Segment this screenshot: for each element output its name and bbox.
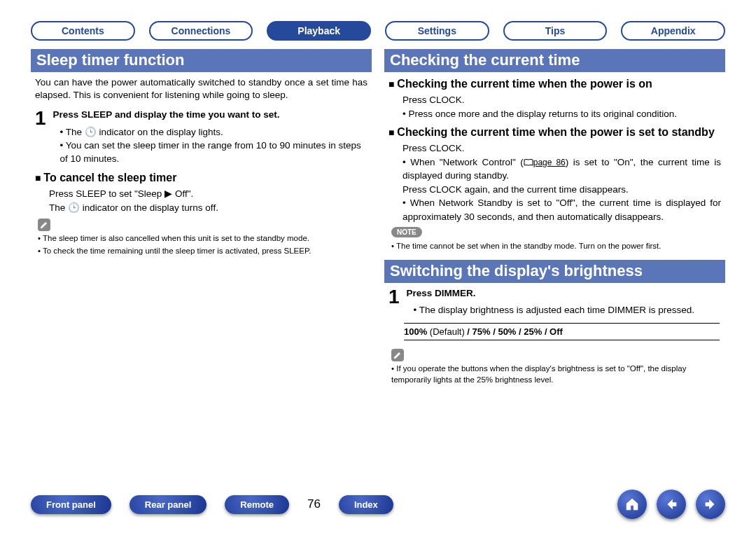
- section-checking-time: Checking the current time: [384, 49, 725, 72]
- pencil-icon: [391, 349, 404, 361]
- tab-tips[interactable]: Tips: [503, 21, 608, 41]
- check-standby-l4: • When Network Standby is set to "Off", …: [402, 196, 721, 223]
- section-sleep-timer: Sleep timer function: [31, 49, 372, 72]
- right-column: Checking the current time Checking the c…: [384, 49, 725, 387]
- remote-button[interactable]: Remote: [225, 495, 289, 514]
- page-number: 76: [307, 497, 321, 511]
- cancel-line-1: Press SLEEP to set "Sleep ▶ Off".: [49, 187, 368, 201]
- cancel-line-2: The 🕒 indicator on the display turns off…: [49, 201, 368, 215]
- tab-connections[interactable]: Connections: [149, 21, 253, 41]
- top-tabs: Contents Connections Playback Settings T…: [31, 21, 725, 41]
- left-column: Sleep timer function You can have the po…: [31, 49, 372, 387]
- step-heading: Press SLEEP and display the time you wan…: [53, 109, 368, 122]
- page: Contents Connections Playback Settings T…: [0, 0, 756, 533]
- rear-panel-button[interactable]: Rear panel: [130, 495, 206, 514]
- check-standby-l3: Press CLOCK again, and the current time …: [402, 183, 721, 197]
- dimmer-step-1: 1 Press DIMMER. The display brightness i…: [388, 287, 721, 318]
- step-number: 1: [388, 287, 400, 318]
- check-time-standby-heading: Checking the current time when the power…: [388, 126, 721, 139]
- forward-button[interactable]: [696, 490, 725, 519]
- section-brightness: Switching the display's brightness: [384, 260, 725, 283]
- tab-playback[interactable]: Playback: [267, 21, 371, 41]
- back-button[interactable]: [657, 490, 686, 519]
- check-time-on-l2: • Press once more and the display return…: [402, 107, 721, 121]
- check-standby-l2: • When "Network Control" (page 86) is se…: [402, 155, 721, 183]
- tab-appendix[interactable]: Appendix: [621, 21, 725, 41]
- tab-settings[interactable]: Settings: [385, 21, 489, 41]
- arrow-right-icon: [703, 497, 718, 512]
- standby-note: The time cannot be set when in the stand…: [391, 240, 721, 251]
- tab-contents[interactable]: Contents: [31, 21, 135, 41]
- check-standby-l1: Press CLOCK.: [402, 141, 721, 155]
- page-link-86[interactable]: page 86: [524, 158, 566, 167]
- front-panel-button[interactable]: Front panel: [31, 495, 111, 514]
- dimmer-note: If you operate the buttons when the disp…: [391, 363, 721, 385]
- home-button[interactable]: [617, 490, 647, 519]
- sleep-note-2: To check the time remaining until the sl…: [38, 245, 368, 256]
- home-icon: [624, 497, 640, 512]
- step-bullet: The display brightness is adjusted each …: [414, 304, 721, 317]
- step-bullet: You can set the sleep timer in the range…: [60, 139, 368, 166]
- step-bullet: The 🕒 indicator on the display lights.: [60, 126, 368, 139]
- step-number: 1: [35, 109, 46, 166]
- note-badge: NOTE: [391, 227, 422, 237]
- arrow-left-icon: [664, 497, 679, 512]
- sleep-intro: You can have the power automatically swi…: [35, 76, 368, 102]
- index-button[interactable]: Index: [339, 495, 393, 514]
- sleep-step-1: 1 Press SLEEP and display the time you w…: [35, 109, 368, 166]
- bottom-bar: Front panel Rear panel Remote 76 Index: [31, 490, 725, 519]
- check-time-on-heading: Checking the current time when the power…: [388, 78, 721, 90]
- check-time-on-l1: Press CLOCK.: [402, 93, 721, 107]
- step-heading: Press DIMMER.: [407, 287, 721, 300]
- cancel-sleep-heading: To cancel the sleep timer: [35, 172, 368, 184]
- brightness-levels: 100% (Default) / 75% / 50% / 25% / Off: [404, 323, 720, 340]
- sleep-note-1: The sleep timer is also cancelled when t…: [38, 233, 368, 244]
- pencil-icon: [38, 219, 50, 231]
